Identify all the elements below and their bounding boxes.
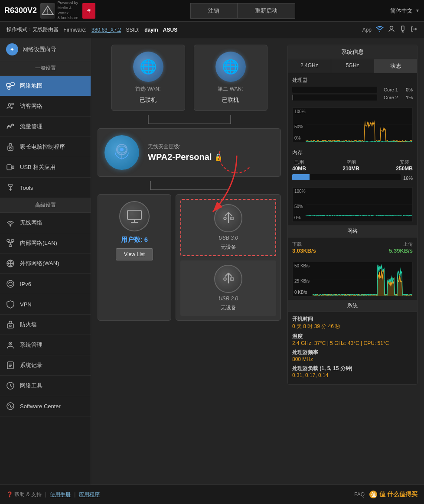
guest-network-icon xyxy=(5,101,16,111)
status-icons: App xyxy=(362,26,417,34)
sidebar-item-wan[interactable]: 外部网络(WAN) xyxy=(0,254,91,274)
setup-wizard-icon: ✦ xyxy=(6,43,18,55)
tab-5ghz[interactable]: 5GHz xyxy=(331,59,375,73)
svg-rect-52 xyxy=(127,210,141,220)
sidebar-item-vpn[interactable]: VPN xyxy=(0,294,91,315)
sidebar-item-label: VPN xyxy=(20,301,32,308)
router-section: 无线安全层级: WPA2-Personal 🔒 xyxy=(98,128,281,177)
client-count: 用户数: 6 xyxy=(121,236,148,244)
wan1-label: 首选 WAN: xyxy=(135,85,160,93)
app-label: App xyxy=(362,27,372,33)
bottom-left: ❓ 帮助 & 支持 | 使用手册 | 应用程序 xyxy=(7,491,100,498)
uptime-value: 0 天 8 时 39 分 46 秒 xyxy=(292,323,413,330)
sidebar-item-nettools[interactable]: 网络工具 xyxy=(0,376,91,396)
syslog-icon xyxy=(5,360,16,371)
net-chart-label-50kb: 50 KB/s xyxy=(294,263,310,268)
reboot-button[interactable]: 重新启动 xyxy=(237,3,295,19)
chevron-down-icon: ▼ xyxy=(415,8,420,13)
sidebar-item-traffic[interactable]: 流量管理 xyxy=(0,117,91,137)
sidebar-item-label: Software Center xyxy=(20,403,61,410)
firmware-label: Firmware: xyxy=(63,27,86,33)
cpu-load-value: 0.31, 0.17, 0.14 xyxy=(292,372,413,378)
sidebar: ✦ 网络设置向导 一般设置 网络地图 xyxy=(0,38,91,484)
sidebar-item-label: 内部网络(LAN) xyxy=(20,239,57,247)
svg-rect-10 xyxy=(7,84,10,86)
mem-chart-label-50: 50% xyxy=(294,204,303,209)
network-section: 网络 下载 3.03KB/s 上传 5.39KB/s xyxy=(288,225,417,260)
mem-free-value: 210MB xyxy=(342,166,359,172)
mem-installed-value: 250MB xyxy=(396,166,413,172)
sidebar-item-label: 流量管理 xyxy=(20,123,42,130)
setup-wizard-label: 网络设置向导 xyxy=(23,46,56,53)
mem-installed-label: 安装 xyxy=(396,159,413,166)
language-selector[interactable]: 简体中文 ▼ xyxy=(390,7,420,15)
usb2-status: 无设备 xyxy=(221,304,236,312)
sidebar-item-firewall[interactable]: 防火墙 xyxy=(0,315,91,335)
content-area: 🌐 首选 WAN: 已联机 🌐 第二 WAN: 已联机 xyxy=(91,38,424,484)
cpu-load-row: 处理器负载 (1, 5, 15 分钟) 0.31, 0.17, 0.14 xyxy=(292,365,413,378)
logout-icon[interactable] xyxy=(411,26,417,34)
router-info: 无线安全层级: WPA2-Personal 🔒 xyxy=(148,143,274,162)
usb3-item: USB 3.0 无设备 xyxy=(180,199,276,256)
cpu-core1-track xyxy=(292,87,377,93)
sidebar-item-tools[interactable]: Tools xyxy=(0,178,91,198)
memory-stats: 已用 40MB 空闲 210MB 安装 250MB xyxy=(292,159,413,172)
sidebar-item-guest-network[interactable]: 访客网络 xyxy=(0,96,91,117)
sidebar-item-parental[interactable]: 家长电脑控制程序 xyxy=(0,137,91,157)
sidebar-item-ipv6[interactable]: IPv6 xyxy=(0,274,91,294)
svg-rect-25 xyxy=(11,240,14,241)
svg-point-47 xyxy=(120,148,124,151)
mem-chart-label-100: 100% xyxy=(294,189,306,194)
sidebar-item-syslog[interactable]: 系统记录 xyxy=(0,355,91,376)
parental-icon xyxy=(5,142,16,152)
wan2-status: 已联机 xyxy=(222,96,239,104)
setup-wizard-item[interactable]: ✦ 网络设置向导 xyxy=(0,38,91,61)
temp-value: 2.4 GHz: 37°C | 5 GHz: 43°C | CPU: 51°C xyxy=(292,340,413,346)
sidebar-item-network-map[interactable]: 网络地图 xyxy=(0,76,91,96)
cpu-core2-label: Core 2 xyxy=(380,95,398,100)
ul-label: 上传 xyxy=(389,241,413,247)
uptime-label: 开机时间 xyxy=(292,315,413,323)
wan2-box: 🌐 第二 WAN: 已联机 xyxy=(194,45,267,111)
system-title: 系统 xyxy=(288,300,417,312)
memory-chart-canvas xyxy=(306,188,412,221)
faq-label: FAQ xyxy=(354,491,365,497)
cpu-load-label: 处理器负载 (1, 5, 15 分钟) xyxy=(292,365,413,372)
cpu-core1-label: Core 1 xyxy=(380,87,398,92)
tab-24ghz[interactable]: 2.4GHz xyxy=(288,59,331,73)
sidebar-item-label: Tools xyxy=(20,185,33,191)
client-box: 用户数: 6 View List xyxy=(98,194,171,321)
mode-label: 操作模式：无线路由器 xyxy=(7,26,59,33)
lower-connector xyxy=(98,181,281,190)
svg-point-31 xyxy=(7,280,14,287)
user-icon xyxy=(388,26,395,34)
sidebar-item-label: 访客网络 xyxy=(20,102,42,110)
bottom-right: FAQ 值 值 什么值得买 xyxy=(354,490,417,499)
view-list-button[interactable]: View List xyxy=(116,248,153,260)
sidebar-item-admin[interactable]: 系统管理 xyxy=(0,335,91,355)
top-bar: R6300V2 Powered byMerlin & Vortex& kools… xyxy=(0,0,424,22)
network-map-content: 🌐 首选 WAN: 已联机 🌐 第二 WAN: 已联机 xyxy=(98,45,281,478)
router-logo xyxy=(40,3,55,19)
sidebar-item-software-center[interactable]: Software Center xyxy=(0,396,91,416)
sidebar-item-usb[interactable]: USB 相关应用 xyxy=(0,157,91,178)
apps-link[interactable]: 应用程序 xyxy=(79,491,100,498)
usb3-label: USB 3.0 xyxy=(219,235,238,241)
cpu-freq-row: 处理器频率 800 MHz xyxy=(292,349,413,362)
firmware-link[interactable]: 380.63_X7.2 xyxy=(91,27,121,33)
manual-link[interactable]: 使用手册 xyxy=(50,491,71,498)
usb2-icon xyxy=(214,265,242,293)
wan2-label: 第二 WAN: xyxy=(218,85,243,93)
svg-point-16 xyxy=(12,103,13,105)
sidebar-item-wireless[interactable]: 无线网络 xyxy=(0,213,91,233)
security-label: 无线安全层级: xyxy=(148,143,274,150)
sysinfo-title: 系统信息 xyxy=(288,45,417,59)
mem-free: 空闲 210MB xyxy=(342,159,359,172)
tab-status[interactable]: 状态 xyxy=(374,59,417,73)
logout-button[interactable]: 注销 xyxy=(190,3,237,19)
cpu-section: 处理器 Core 1 0% Core 2 1% xyxy=(288,73,417,106)
sidebar-item-lan[interactable]: 内部网络(LAN) xyxy=(0,233,91,254)
svg-rect-26 xyxy=(9,245,12,247)
sidebar-item-label: 无线网络 xyxy=(20,219,42,227)
net-chart-label-0kb: 0 KB/s xyxy=(294,290,307,295)
